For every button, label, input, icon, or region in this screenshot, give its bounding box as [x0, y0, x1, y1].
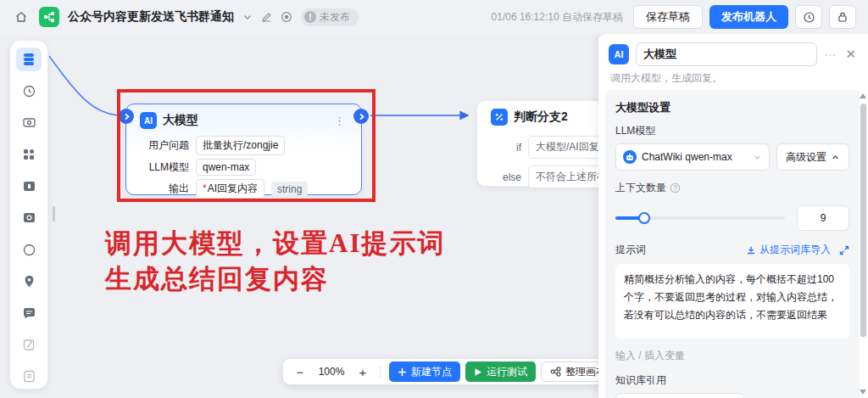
publish-bot-button[interactable]: 发布机器人 — [709, 5, 788, 29]
insert-variable-hint[interactable]: 输入 / 插入变量 — [615, 349, 849, 363]
history-button[interactable] — [795, 5, 822, 29]
sidebar-item-compose-node[interactable] — [16, 333, 42, 356]
slider-handle[interactable] — [638, 212, 650, 224]
advanced-settings-button[interactable]: 高级设置 — [776, 143, 849, 171]
model-settings-heading: 大模型设置 — [615, 100, 849, 115]
chevron-down-icon — [753, 153, 762, 162]
node-field-value: qwen-max — [196, 159, 256, 176]
node-palette-sidebar — [10, 41, 47, 389]
canvas-toolbar: − 100% + 新建节点 运行测试 整理画布 — [283, 359, 620, 384]
node-field-label: 用户问题 — [140, 138, 189, 153]
chevron-down-icon[interactable] — [242, 12, 253, 22]
sidebar-item-apps-node[interactable] — [16, 143, 42, 166]
node-field-label: 输出 — [140, 182, 189, 196]
llm-model-value: ChatWiki qwen-max — [642, 151, 748, 163]
more-options-icon[interactable]: ⋯ — [824, 48, 837, 61]
knowledge-base-select[interactable] — [615, 393, 744, 398]
add-node-button[interactable]: 新建节点 — [389, 362, 460, 382]
branch-else-label: else — [494, 171, 521, 183]
exclamation-icon: ! — [304, 11, 316, 23]
expand-prompt-icon[interactable] — [839, 245, 849, 255]
node-field-label: LLM模型 — [140, 160, 189, 175]
llm-node-title: 大模型 — [163, 113, 328, 128]
status-badge-label: 未发布 — [320, 10, 350, 25]
input-connector[interactable] — [119, 109, 134, 124]
app-logo-icon[interactable] — [39, 7, 59, 27]
node-config-panel: AI ⋯ ✕ 调用大模型，生成回复。 大模型设置 LLM模型 ChatWiki … — [598, 34, 868, 398]
zoom-out-button[interactable]: − — [292, 365, 309, 379]
knowledge-base-label: 知识库引用 — [615, 373, 849, 388]
toolbar-divider — [380, 366, 381, 378]
branch-if-label: if — [494, 142, 521, 154]
scroll-up-arrow[interactable] — [860, 93, 866, 98]
branch-node-icon — [491, 109, 508, 126]
ai-panel-icon: AI — [609, 44, 629, 64]
import-prompt-link[interactable]: 从提示词库导入 — [746, 243, 831, 257]
sidebar-item-clock-node[interactable] — [16, 79, 42, 103]
scrollbar-thumb[interactable] — [860, 104, 866, 337]
sidebar-item-disc-node[interactable] — [16, 206, 42, 230]
close-panel-icon[interactable]: ✕ — [843, 47, 858, 62]
help-icon[interactable] — [670, 182, 681, 193]
annotation-text: 调用大模型，设置AI提示词 生成总结回复内容 — [105, 226, 445, 297]
node-menu-icon[interactable]: ⋮ — [334, 115, 349, 127]
canvas-scroll-thumb[interactable] — [53, 206, 55, 221]
sidebar-item-pin-node[interactable] — [16, 270, 42, 294]
llm-model-label: LLM模型 — [615, 124, 849, 138]
context-count-input[interactable] — [797, 205, 849, 231]
model-settings-card: 大模型设置 LLM模型 ChatWiki qwen-max 高级设置 上下文数量 — [605, 90, 860, 398]
sidebar-item-image-node[interactable] — [16, 174, 42, 198]
edit-title-icon[interactable] — [261, 12, 272, 23]
chevron-up-icon — [831, 153, 840, 162]
zoom-in-button[interactable]: + — [354, 365, 371, 379]
autosave-status: 01/06 16:12:10 自动保存草稿 — [492, 10, 623, 25]
import-icon — [746, 245, 756, 255]
ai-node-icon: AI — [140, 112, 157, 129]
sidebar-item-chat-node[interactable] — [16, 301, 42, 325]
sidebar-item-doc-node[interactable] — [16, 365, 42, 389]
scroll-down-arrow[interactable] — [860, 390, 866, 395]
home-icon[interactable] — [12, 8, 31, 26]
run-test-button[interactable]: 运行测试 — [465, 362, 536, 382]
context-count-slider[interactable] — [615, 216, 785, 220]
sidebar-item-circle-node[interactable] — [16, 238, 42, 261]
node-output-type: string — [271, 182, 308, 197]
sidebar-item-model-node[interactable] — [16, 48, 42, 71]
node-output-value: *AI回复内容 — [196, 179, 264, 199]
panel-scrollbar[interactable] — [860, 93, 867, 395]
prompt-label: 提示词 — [615, 243, 646, 257]
node-field-value: 批量执行/zongjie — [196, 136, 285, 155]
workflow-title: 公众号内容更新发送飞书群通知 — [68, 9, 234, 25]
llm-node[interactable]: AI 大模型 ⋮ 用户问题 批量执行/zongjie LLM模型 qwen-ma… — [125, 104, 362, 195]
topbar: 公众号内容更新发送飞书群通知 ! 未发布 01/06 16:12:10 自动保存… — [0, 0, 868, 34]
save-draft-button[interactable]: 保存草稿 — [633, 5, 703, 29]
lock-button[interactable] — [829, 5, 856, 29]
zoom-level: 100% — [314, 366, 349, 378]
target-icon[interactable] — [281, 11, 292, 23]
node-title-input[interactable] — [636, 42, 817, 66]
context-count-label: 上下文数量 — [615, 181, 849, 195]
robot-icon — [623, 150, 637, 164]
prompt-textarea[interactable]: 精简概括分析输入的内容，每个概括不超过100个字，不要返回思考的过程，对输入内容… — [615, 264, 849, 339]
llm-model-select[interactable]: ChatWiki qwen-max — [615, 143, 770, 171]
status-badge: ! 未发布 — [301, 8, 359, 26]
sidebar-item-wallet-node[interactable] — [16, 111, 42, 135]
output-connector[interactable] — [353, 109, 369, 124]
